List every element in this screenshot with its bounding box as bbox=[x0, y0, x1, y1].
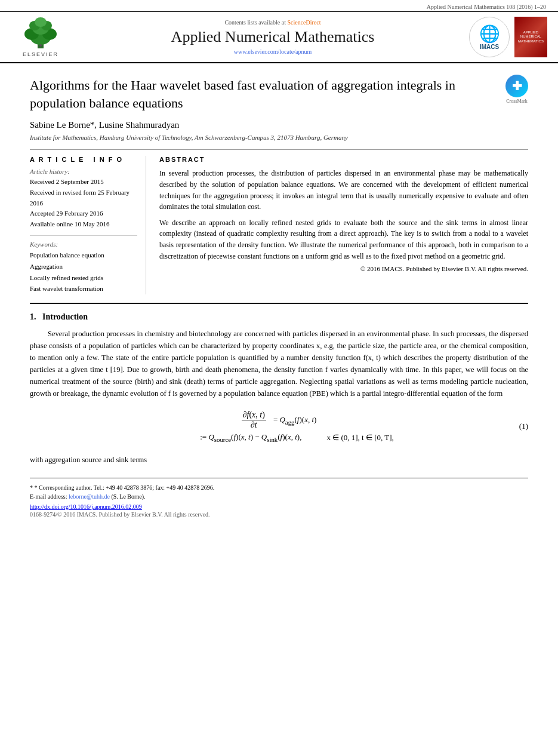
formula-content: ∂f(x, t) ∂t = Qagg(f)(x, t) := Qsource(f… bbox=[164, 410, 394, 443]
crossmark-label: CrossMark bbox=[506, 99, 528, 104]
email-label: E-mail address: bbox=[30, 493, 67, 500]
svg-point-7 bbox=[35, 17, 47, 27]
article-history-section: Article history: Received 2 September 20… bbox=[30, 168, 137, 229]
journal-header: Applied Numerical Mathematics 108 (2016)… bbox=[0, 0, 558, 12]
issn-line: 0168-9274/© 2016 IMACS. Published by Els… bbox=[30, 511, 528, 518]
keyword-4: Fast wavelet transformation bbox=[30, 283, 137, 294]
frac-denominator: ∂t bbox=[249, 420, 258, 430]
footnote-star: * * Corresponding author. Tel.: +49 40 4… bbox=[30, 483, 528, 492]
section-title-text: Introduction bbox=[42, 312, 88, 321]
article-info-column: A R T I C L E I N F O Article history: R… bbox=[30, 156, 146, 294]
section-divider bbox=[30, 303, 528, 304]
formula-number: (1) bbox=[519, 422, 528, 431]
journal-cover-text: APPLIED NUMERICAL MATHEMATICS bbox=[518, 30, 544, 44]
keyword-3: Locally refined nested grids bbox=[30, 272, 137, 284]
section-1-title: 1. Introduction bbox=[30, 312, 528, 322]
article-info-header: A R T I C L E I N F O bbox=[30, 156, 137, 163]
footer-section: * * Corresponding author. Tel.: +49 40 4… bbox=[30, 478, 528, 518]
two-column-section: A R T I C L E I N F O Article history: R… bbox=[30, 149, 528, 294]
journal-cover: APPLIED NUMERICAL MATHEMATICS bbox=[514, 17, 547, 57]
journal-center: Contents lists available at ScienceDirec… bbox=[76, 19, 469, 55]
formula-row-1: ∂f(x, t) ∂t = Qagg(f)(x, t) bbox=[164, 410, 394, 430]
crossmark-icon: ✚ bbox=[505, 75, 528, 97]
imacs-logo: 🌐 IMACS bbox=[469, 17, 510, 57]
abstract-para-2: We describe an approach on locally refin… bbox=[159, 217, 528, 262]
abstract-para-1: In several production processes, the dis… bbox=[159, 168, 528, 212]
email-link[interactable]: leborne@tuhh.de bbox=[69, 493, 110, 500]
affiliation: Institute for Mathematics, Hamburg Unive… bbox=[30, 134, 528, 141]
paper-title: Algorithms for the Haar wavelet based fa… bbox=[30, 76, 460, 112]
abstract-copyright: © 2016 IMACS. Published by Elsevier B.V.… bbox=[159, 265, 528, 272]
authors: Sabine Le Borne*, Lusine Shahmuradyan bbox=[30, 120, 528, 130]
email-suffix: (S. Le Borne). bbox=[111, 493, 145, 500]
formula-condition: x ∈ (0, 1], t ∈ [0, T], bbox=[326, 433, 393, 442]
journal-url-link[interactable]: www.elsevier.com/locate/apnum bbox=[234, 48, 312, 55]
intro-paragraph: Several production processes in chemistr… bbox=[30, 328, 528, 399]
main-content: Algorithms for the Haar wavelet based fa… bbox=[0, 63, 558, 526]
formula-define: := Qsource(f)(x, t) − Qsink(f)(x, t), bbox=[200, 432, 301, 443]
contents-text: Contents lists available at bbox=[224, 19, 285, 26]
sciencedirect-link[interactable]: ScienceDirect bbox=[287, 19, 320, 26]
page: Applied Numerical Mathematics 108 (2016)… bbox=[0, 0, 558, 756]
right-logos: 🌐 IMACS APPLIED NUMERICAL MATHEMATICS bbox=[469, 17, 547, 57]
frac-numerator: ∂f(x, t) bbox=[242, 410, 266, 420]
svg-point-8 bbox=[39, 44, 42, 47]
crossmark-area: ✚ CrossMark bbox=[505, 75, 528, 104]
fraction: ∂f(x, t) ∂t bbox=[242, 410, 266, 430]
journal-url: www.elsevier.com/locate/apnum bbox=[76, 48, 469, 55]
article-history-label: Article history: bbox=[30, 168, 137, 175]
divider-keywords bbox=[30, 235, 137, 236]
formula-1: ∂f(x, t) ∂t = Qagg(f)(x, t) := Qsource(f… bbox=[30, 410, 528, 443]
after-formula-text: with aggregation source and sink terms bbox=[30, 454, 528, 466]
imacs-text: IMACS bbox=[479, 44, 500, 50]
available-date: Available online 10 May 2016 bbox=[30, 219, 137, 230]
journal-banner: ELSEVIER Contents lists available at Sci… bbox=[0, 12, 558, 63]
sciencedirect-line: Contents lists available at ScienceDirec… bbox=[76, 19, 469, 26]
keywords-section: Keywords: Population balance equation Ag… bbox=[30, 241, 137, 294]
imacs-globe-icon: 🌐 bbox=[479, 24, 500, 44]
keyword-2: Aggregation bbox=[30, 261, 137, 272]
authors-text: Sabine Le Borne*, Lusine Shahmuradyan bbox=[30, 120, 179, 130]
elsevier-tree-icon bbox=[17, 17, 64, 50]
footnote-star-symbol: * bbox=[30, 484, 35, 491]
footnote-email: E-mail address: leborne@tuhh.de (S. Le B… bbox=[30, 492, 528, 501]
footnote-star-text: * Corresponding author. Tel.: +49 40 428… bbox=[35, 484, 215, 491]
elsevier-text: ELSEVIER bbox=[23, 51, 58, 57]
received-date-1: Received 2 September 2015 bbox=[30, 177, 137, 188]
accepted-date: Accepted 29 February 2016 bbox=[30, 208, 137, 219]
abstract-column: ABSTRACT In several production processes… bbox=[159, 156, 528, 294]
abstract-text: In several production processes, the dis… bbox=[159, 168, 528, 262]
keyword-1: Population balance equation bbox=[30, 250, 137, 261]
journal-title-banner: Applied Numerical Mathematics bbox=[76, 28, 469, 46]
received-date-2: Received in revised form 25 February 201… bbox=[30, 188, 137, 208]
abstract-header: ABSTRACT bbox=[159, 156, 528, 163]
formula-equals-1: = Qagg(f)(x, t) bbox=[273, 415, 317, 426]
keywords-label: Keywords: bbox=[30, 241, 137, 248]
doi-link[interactable]: http://dx.doi.org/10.1016/j.apnum.2016.0… bbox=[30, 503, 142, 510]
elsevier-logo: ELSEVIER bbox=[11, 17, 70, 57]
formula-row-2: := Qsource(f)(x, t) − Qsink(f)(x, t), x … bbox=[164, 432, 394, 443]
section-number: 1. bbox=[30, 312, 36, 321]
journal-header-text: Applied Numerical Mathematics 108 (2016)… bbox=[427, 4, 546, 10]
title-area: Algorithms for the Haar wavelet based fa… bbox=[30, 72, 528, 120]
doi-line: http://dx.doi.org/10.1016/j.apnum.2016.0… bbox=[30, 503, 528, 510]
